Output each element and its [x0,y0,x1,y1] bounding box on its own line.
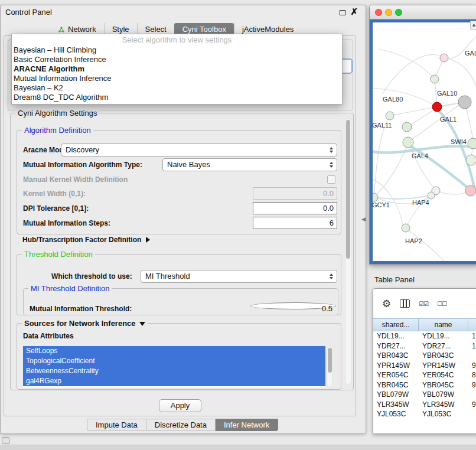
network-node[interactable] [431,75,439,83]
column-header-shared-name[interactable]: shared... [373,319,419,331]
network-node[interactable] [428,192,435,199]
combobox-arrows-icon [327,161,335,169]
network-node[interactable] [403,137,413,148]
data-attributes-list[interactable]: SelfLoopsTopologicalCoefficientBetweenne… [23,346,325,387]
algorithm-option[interactable]: Bayesian – Hill Climbing [12,45,342,55]
panel-title: Control Panel [5,8,52,17]
table-row[interactable]: YDR27...YDR27...12 [373,341,476,351]
network-node[interactable] [458,96,471,109]
algorithm-option[interactable]: ARACNE Algorithm [12,64,342,74]
table-row[interactable]: YDL19...YDL19...13 [373,331,476,341]
data-attribute-item[interactable]: gal4RGexp [23,376,325,386]
panel-divider-collapse-icon[interactable]: ◀ [361,216,366,222]
network-canvas[interactable]: GAL80GAL10GAL1GAL11GAL4SWI4GCY1HAP4HAP2G… [370,5,476,265]
dpi-tolerance-label: DPI Tolerance [0,1]: [23,202,89,215]
mi-threshold-field[interactable]: 0.5 [250,302,336,309]
expand-right-icon[interactable] [146,237,150,243]
dpi-tolerance-field[interactable]: 0.0 [253,202,337,214]
data-attribute-item[interactable]: TopologicalCoefficient [23,356,325,366]
network-window-titlebar[interactable] [370,5,476,19]
table-cell: YBR043C [373,351,419,361]
hub-transcription-factor-section[interactable]: Hub/Transcription Factor Definition [22,236,150,244]
gear-icon[interactable]: ⚙ [382,298,391,309]
table-row[interactable]: YJL053CYJL053C [373,409,476,419]
algorithm-option[interactable]: Bayesian – K2 [12,83,342,93]
algorithm-definition-group: Algorithm Definition Aracne Mode: Discov… [17,130,341,234]
scrollbar-thumb[interactable] [346,120,350,259]
aracne-mode-combobox[interactable]: Discovery [61,144,337,156]
network-edge[interactable] [436,191,468,194]
table-cell: YDR27... [373,341,419,351]
network-node[interactable] [465,185,476,196]
data-attribute-item[interactable]: SelfLoops [23,346,325,356]
apply-button[interactable]: Apply [159,399,201,412]
network-edge[interactable] [374,148,406,197]
manual-kernel-width-checkbox[interactable] [327,175,335,184]
cyni-algorithm-settings-group: Cyni Algorithm Settings Algorithm Defini… [10,113,354,390]
tab-infer-network[interactable]: Infer Network [216,419,278,431]
attributes-list-scrollbar[interactable] [327,346,333,387]
table-cell: YER054C [373,370,419,380]
unselect-rows-icon[interactable]: ☐☐ [437,301,446,307]
network-scrollbar-up-icon[interactable]: ▲ [470,21,476,30]
network-edge[interactable] [390,107,432,116]
network-edge[interactable] [406,228,448,265]
network-edge[interactable] [370,88,437,107]
table-row[interactable]: YER054CYER054C8. [373,370,476,380]
network-node[interactable] [402,224,410,232]
group-title: Cyni Algorithm Settings [15,109,99,118]
table-row[interactable]: YBR043CYBR043C [373,351,476,361]
group-title: Sources for Network Inference [22,319,148,328]
table-row[interactable]: YLR345WYLR345W9. [373,400,476,410]
scrollbar-thumb[interactable] [328,348,332,373]
kernel-width-field[interactable]: 0.0 [253,187,337,200]
network-view-window[interactable]: GAL80GAL10GAL1GAL11GAL4SWI4GCY1HAP4HAP2G… [369,5,476,265]
data-attribute-item[interactable]: BetweennessCentrality [23,366,325,376]
column-header-name[interactable]: name [419,319,468,331]
node-label: HAP4 [412,199,429,206]
table-cell: YER054C [419,370,468,380]
select-rows-icon[interactable]: ☑☑ [419,301,428,307]
tab-discretize-data[interactable]: Discretize Data [146,419,216,431]
algorithm-option[interactable]: Basic Correlation Inference [12,55,342,64]
algorithm-option[interactable]: Dream8 DC_TDC Algorithm [12,93,342,102]
settings-scrollbar[interactable] [345,118,351,385]
network-edge[interactable] [444,58,476,88]
table-panel-window: ⚙ ☑☑ ☐☐ shared... name YDL19...YDL19...1… [373,288,476,434]
network-edge[interactable] [379,49,435,79]
network-edge[interactable] [370,146,476,152]
table-row[interactable]: YBL079WYBL079W [373,390,476,400]
network-node[interactable] [386,112,394,120]
mi-algorithm-type-combobox[interactable]: Naive Bayes [162,158,337,171]
close-icon[interactable]: ✗ [350,6,358,17]
network-node[interactable] [440,54,448,62]
mi-steps-field[interactable]: 6 [253,217,337,229]
network-node[interactable] [370,193,378,201]
close-traffic-light[interactable] [375,9,382,16]
mi-algorithm-type-label: Mutual Information Algorithm Type: [23,158,142,171]
which-threshold-combobox[interactable]: MI Threshold [141,270,337,283]
algorithm-option[interactable]: Mutual Information Inference [12,74,342,83]
node-label: GCY1 [372,201,390,208]
table-cell: YLR345W [419,400,468,410]
network-node[interactable] [468,138,476,149]
network-edge[interactable] [383,55,444,94]
tab-impute-data[interactable]: Impute Data [87,419,146,431]
node-label: GAL80 [383,96,403,103]
network-node[interactable] [466,155,476,165]
node-label: GAL1 [440,116,457,123]
network-node[interactable] [402,122,412,132]
network-node[interactable] [432,102,442,112]
table-row[interactable]: YPR145WYPR145W9. [373,361,476,371]
zoom-traffic-light[interactable] [395,9,402,16]
column-selector-icon[interactable] [400,299,410,308]
table-cell: 13 [468,331,476,341]
minimize-traffic-light[interactable] [385,9,392,16]
combobox-value: MI Threshold [145,272,190,281]
float-panel-icon[interactable] [340,10,345,15]
table-row[interactable]: YBR045CYBR045C9. [373,380,476,390]
table-cell: YPR145W [373,361,419,371]
minimized-panel-icon[interactable] [2,437,9,444]
column-header-partial[interactable] [468,319,476,331]
collapse-down-icon[interactable] [139,322,145,326]
